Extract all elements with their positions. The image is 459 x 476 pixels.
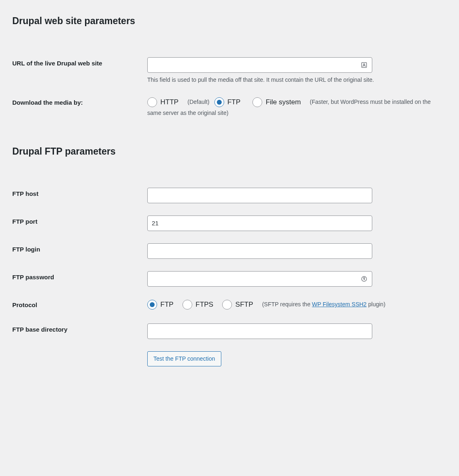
ftp-base-dir-input[interactable] (147, 323, 372, 339)
protocol-ftps-label: FTPS (196, 299, 213, 310)
contact-card-icon (361, 62, 367, 68)
section-heading-website: Drupal web site parameters (12, 16, 447, 27)
download-http-suffix: (Default) (187, 99, 209, 106)
ftp-port-label: FTP port (12, 209, 143, 237)
ftp-password-input[interactable] (147, 271, 372, 287)
protocol-ftp-radio[interactable] (147, 300, 157, 310)
url-description: This field is used to pull the media off… (147, 75, 443, 84)
protocol-label: Protocol (12, 293, 143, 317)
svg-point-3 (364, 278, 365, 279)
ftp-base-dir-label: FTP base directory (12, 317, 143, 345)
section-heading-ftp: Drupal FTP parameters (12, 146, 447, 157)
download-ftp-radio[interactable] (214, 97, 224, 107)
download-filesystem-radio[interactable] (252, 97, 262, 107)
svg-point-1 (363, 64, 364, 65)
download-media-label: Download the media by: (12, 90, 143, 123)
protocol-ftps-radio[interactable] (182, 300, 192, 310)
download-http-radio[interactable] (147, 97, 157, 107)
protocol-sftp-label: SFTP (235, 299, 253, 310)
key-icon (361, 276, 367, 282)
url-input[interactable] (147, 57, 372, 73)
ftp-host-input[interactable] (147, 188, 372, 203)
wp-filesystem-ssh2-link[interactable]: WP Filesystem SSH2 (312, 301, 367, 308)
ftp-params-table: FTP host FTP port FTP login FTP password (12, 182, 447, 373)
ftp-port-input[interactable] (147, 216, 372, 231)
ftp-login-input[interactable] (147, 243, 372, 259)
protocol-sftp-radio[interactable] (222, 300, 232, 310)
protocol-sftp-note: (SFTP requires the WP Filesystem SSH2 pl… (262, 301, 385, 308)
test-ftp-button[interactable]: Test the FTP connection (147, 351, 221, 367)
download-filesystem-label: File system (266, 97, 301, 108)
download-ftp-label: FTP (227, 97, 241, 108)
download-http-label: HTTP (160, 97, 178, 108)
url-label: URL of the live Drupal web site (12, 51, 143, 90)
website-params-table: URL of the live Drupal web site This fie… (12, 51, 447, 123)
ftp-host-label: FTP host (12, 182, 143, 209)
ftp-password-label: FTP password (12, 265, 143, 293)
protocol-ftp-label: FTP (160, 299, 173, 310)
ftp-login-label: FTP login (12, 237, 143, 265)
